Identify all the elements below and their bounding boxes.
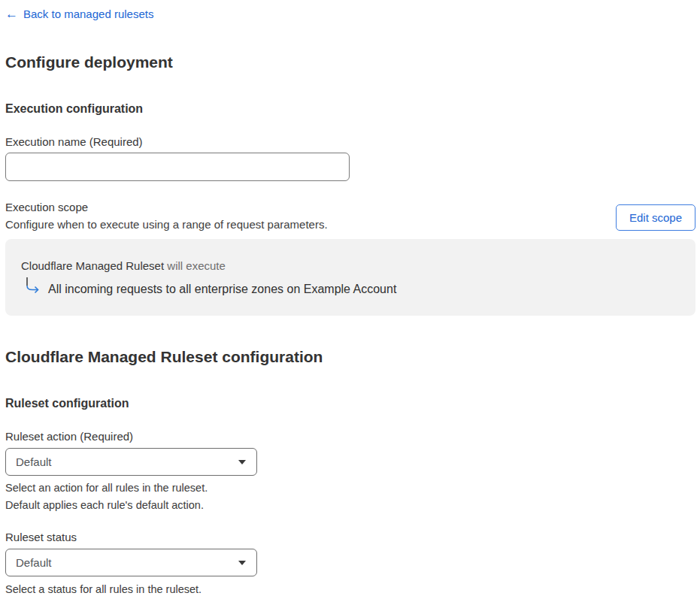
- execution-name-label: Execution name (Required): [5, 135, 695, 149]
- execution-scope-label: Execution scope: [5, 200, 328, 214]
- ruleset-status-selected-value: Default: [16, 556, 52, 569]
- scope-summary-ruleset-name: Cloudflare Managed Ruleset: [21, 259, 164, 272]
- ruleset-action-selected-value: Default: [16, 455, 52, 468]
- ruleset-action-select[interactable]: Default: [5, 448, 257, 476]
- page-title: Configure deployment: [5, 53, 695, 72]
- chevron-down-icon: [238, 561, 246, 565]
- ruleset-configuration-heading: Cloudflare Managed Ruleset configuration: [5, 347, 695, 367]
- left-arrow-icon: ←: [5, 8, 18, 20]
- scope-summary-box: Cloudflare Managed Ruleset will execute …: [5, 239, 695, 316]
- configure-deployment-page: ← Back to managed rulesets Configure dep…: [0, 0, 700, 596]
- branch-arrow-icon: [25, 277, 41, 294]
- edit-scope-button[interactable]: Edit scope: [616, 204, 695, 231]
- execution-scope-description: Configure when to execute using a range …: [5, 217, 328, 231]
- scope-summary-headline: Cloudflare Managed Ruleset will execute: [21, 259, 680, 273]
- scope-summary-detail: All incoming requests to all enterprise …: [48, 281, 396, 297]
- scope-summary-detail-row: All incoming requests to all enterprise …: [21, 281, 680, 297]
- ruleset-status-label: Ruleset status: [5, 530, 695, 544]
- execution-scope-row: Execution scope Configure when to execut…: [5, 200, 695, 231]
- ruleset-action-label: Ruleset action (Required): [5, 429, 695, 443]
- ruleset-action-help-line2: Default applies each rule's default acti…: [5, 497, 695, 514]
- ruleset-configuration-subheading: Ruleset configuration: [5, 396, 695, 410]
- execution-name-input[interactable]: [5, 153, 350, 181]
- ruleset-action-help-line1: Select an action for all rules in the ru…: [5, 480, 695, 497]
- back-link-label: Back to managed rulesets: [23, 8, 153, 21]
- execution-configuration-heading: Execution configuration: [5, 101, 695, 116]
- scope-summary-will-execute: will execute: [164, 259, 226, 272]
- chevron-down-icon: [238, 460, 246, 464]
- back-to-managed-rulesets-link[interactable]: ← Back to managed rulesets: [5, 8, 153, 21]
- execution-scope-text: Execution scope Configure when to execut…: [5, 200, 328, 231]
- ruleset-status-help-line1: Select a status for all rules in the rul…: [5, 581, 695, 596]
- ruleset-status-select[interactable]: Default: [5, 549, 257, 576]
